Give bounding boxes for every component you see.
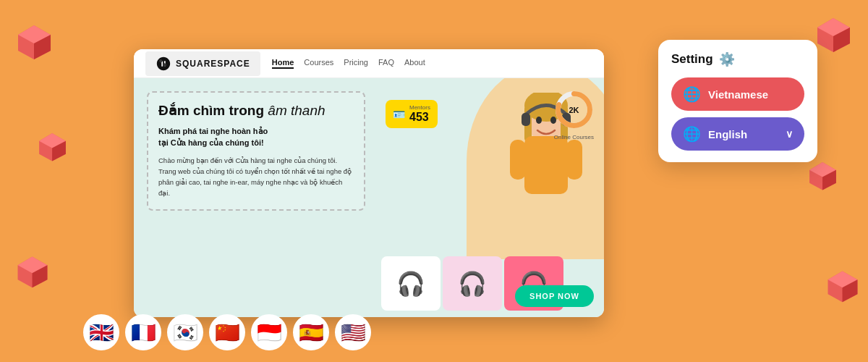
svg-rect-24 [566,140,582,180]
cube-top-right [814,14,854,54]
settings-panel: Setting ⚙️ 🌐 Vietnamese 🌐 English ∨ [658,40,817,162]
flag-indonesia[interactable]: 🇮🇩 [251,314,287,350]
headphone-pink: 🎧 [443,256,502,311]
cube-bot-left [14,253,51,290]
nav-menu: Home Courses Pricing FAQ About [272,58,425,69]
svg-point-27 [536,117,542,124]
cube-bot-right [825,268,861,304]
nav-about[interactable]: About [404,58,425,69]
english-label: English [708,128,747,140]
globe-icon-vn: 🌐 [683,85,701,103]
browser-card: SQUARESPACE Home Courses Pricing FAQ Abo… [134,49,604,317]
cube-mid-left [36,130,69,163]
hero-body-text: Chào mừng bạn đến với Cửa hàng tai nghe … [158,155,354,199]
shop-now-button[interactable]: SHOP NOW [515,285,594,307]
setting-label: Setting [671,52,713,67]
flag-usa[interactable]: 🇺🇸 [335,314,371,350]
settings-title: Setting ⚙️ [671,51,804,67]
courses-label: Online Courses [554,134,594,140]
gear-icon: ⚙️ [719,51,735,67]
browser-body: Đắm chìm trong âm thanh Khám phá tai ngh… [134,78,604,317]
svg-text:2K: 2K [569,106,579,114]
svg-rect-22 [524,136,568,194]
nav-faq[interactable]: FAQ [378,58,394,69]
headphone-black: 🎧 [381,256,441,311]
svg-rect-23 [510,140,526,180]
browser-navbar: SQUARESPACE Home Courses Pricing FAQ Abo… [134,49,604,78]
vietnamese-lang-button[interactable]: 🌐 Vietnamese [671,77,804,111]
flag-korea[interactable]: 🇰🇷 [167,314,203,350]
mentors-badge: 🪪 Mentors 453 [386,100,438,128]
cube-top-left [14,22,54,62]
chevron-down-icon: ∨ [786,128,793,140]
flag-spain[interactable]: 🇪🇸 [293,314,329,350]
headline-italic: âm thanh [268,103,325,118]
mentors-count: 453 [409,111,430,124]
headline-bold: Đắm chìm trong [158,103,268,118]
flag-china[interactable]: 🇨🇳 [209,314,245,350]
english-lang-button[interactable]: 🌐 English ∨ [671,117,804,151]
mentors-label: Mentors [409,104,430,111]
brand-logo: SQUARESPACE [145,51,260,76]
hero-content: Đắm chìm trong âm thanh Khám phá tai ngh… [134,78,378,317]
hero-headline: Đắm chìm trong âm thanh [158,103,354,119]
card-icon: 🪪 [393,109,405,120]
brand-name: SQUARESPACE [176,59,250,69]
flag-france[interactable]: 🇫🇷 [125,314,161,350]
flag-uk[interactable]: 🇬🇧 [83,314,119,350]
courses-stat: 2K Online Courses [554,90,594,140]
donut-chart: 2K [554,90,594,130]
hero-subheadline: Khám phá tai nghe hoàn hảotại Cửa hàng c… [158,125,354,149]
dashed-border-box: Đắm chìm trong âm thanh Khám phá tai ngh… [147,91,365,211]
squarespace-icon [156,56,171,72]
vietnamese-label: Vietnamese [708,88,768,101]
flags-row: 🇬🇧 🇫🇷 🇰🇷 🇨🇳 🇮🇩 🇪🇸 🇺🇸 [83,314,371,350]
svg-rect-25 [522,113,530,126]
nav-courses[interactable]: Courses [304,58,333,69]
cube-mid-right [807,159,839,192]
globe-icon-en: 🌐 [683,125,701,143]
nav-pricing[interactable]: Pricing [344,58,368,69]
nav-home[interactable]: Home [272,58,294,69]
